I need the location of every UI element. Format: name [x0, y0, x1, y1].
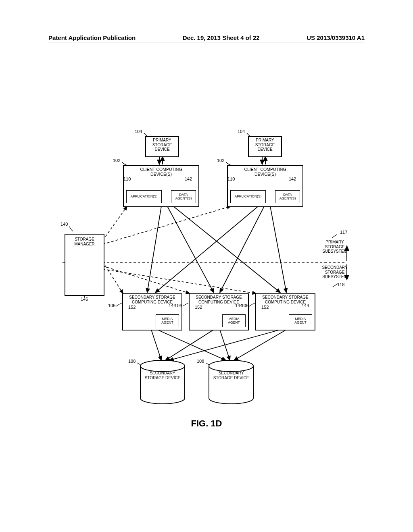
ref-104-b: 104: [238, 129, 245, 134]
ref-142-b: 142: [289, 177, 296, 181]
svg-point-4: [140, 360, 185, 372]
ref-108-b: 108: [197, 359, 204, 364]
ref-144-a: 144: [169, 303, 176, 308]
primary-storage-device-2-label: PRIMARY STORAGE DEVICE: [248, 137, 282, 152]
ref-117: 117: [340, 230, 347, 235]
secondary-storage-device-1-cylinder: [140, 360, 185, 404]
ref-108-a: 108: [128, 359, 136, 364]
svg-line-19: [167, 206, 214, 293]
header-mid: Dec. 19, 2013 Sheet 4 of 22: [183, 34, 260, 41]
svg-line-22: [220, 206, 264, 293]
storage-manager: STORAGE MANAGER: [65, 234, 104, 296]
secondary-storage-device-1-label: SECONDARY STORAGE DEVICE: [140, 371, 185, 380]
sscd-3: SECONDARY STORAGE COMPUTING DEVICE MEDIA…: [255, 293, 315, 330]
client-1-applications: APPLICATION(S): [126, 190, 162, 203]
svg-line-14: [103, 206, 231, 244]
svg-line-29: [234, 330, 286, 360]
ref-110-b: 110: [227, 177, 235, 181]
secondary-storage-subsystem-label: SECONDARY STORAGE SUBSYSTEM: [318, 265, 352, 279]
ref-144-c: 144: [302, 303, 309, 308]
svg-line-16: [103, 266, 190, 293]
client-2-data-agents: DATA AGENT(S): [275, 190, 300, 203]
figure-caption: FIG. 1D: [166, 418, 247, 429]
ref-102-a: 102: [113, 158, 120, 163]
ref-104-a: 104: [135, 129, 142, 134]
sscd-3-media-agent: MEDIA AGENT: [289, 314, 312, 327]
sscd-1: SECONDARY STORAGE COMPUTING DEVICE MEDIA…: [122, 293, 182, 330]
ref-110-a: 110: [123, 177, 131, 181]
svg-line-23: [270, 206, 286, 293]
page-header: Patent Application Publication Dec. 19, …: [48, 32, 365, 42]
svg-point-5: [209, 360, 253, 372]
svg-line-28: [169, 330, 280, 360]
primary-storage-subsystem-label: PRIMARY STORAGE SUBSYSTEM: [319, 240, 351, 254]
ref-142-a: 142: [185, 177, 192, 181]
ref-152-c: 152: [261, 305, 269, 310]
client-computing-device-1: CLIENT COMPUTING DEVICE(S) APPLICATION(S…: [123, 165, 199, 207]
svg-line-20: [173, 206, 280, 293]
svg-line-18: [147, 206, 161, 293]
svg-line-21: [155, 206, 258, 293]
ref-106-a: 106: [108, 303, 115, 308]
svg-line-26: [165, 330, 214, 360]
svg-line-25: [157, 330, 226, 360]
primary-storage-device-1: PRIMARY STORAGE DEVICE: [145, 136, 179, 157]
secondary-storage-device-2-label: SECONDARY STORAGE DEVICE: [209, 371, 253, 380]
client-2-applications: APPLICATION(S): [230, 190, 266, 203]
header-right: US 2013/0339310 A1: [307, 34, 365, 41]
ref-152-b: 152: [195, 305, 202, 310]
ref-118: 118: [337, 282, 344, 287]
storage-manager-label: STORAGE MANAGER: [65, 235, 104, 246]
svg-line-15: [103, 262, 123, 293]
client-2-label: CLIENT COMPUTING DEVICE(S): [227, 166, 303, 177]
ref-140: 140: [60, 222, 68, 227]
client-1-data-agents: DATA AGENT(S): [171, 190, 196, 203]
primary-storage-device-1-label: PRIMARY STORAGE DEVICE: [145, 137, 179, 152]
client-1-label: CLIENT COMPUTING DEVICE(S): [123, 166, 199, 177]
primary-storage-device-2: PRIMARY STORAGE DEVICE: [248, 136, 282, 157]
secondary-storage-device-2-cylinder: [209, 360, 253, 404]
svg-line-24: [151, 330, 161, 360]
sscd-2: SECONDARY STORAGE COMPUTING DEVICE MEDIA…: [189, 293, 249, 330]
sscd-2-media-agent: MEDIA AGENT: [222, 314, 246, 327]
svg-line-17: [103, 269, 256, 293]
svg-line-13: [103, 206, 127, 240]
client-computing-device-2: CLIENT COMPUTING DEVICE(S) APPLICATION(S…: [227, 165, 303, 207]
header-left: Patent Application Publication: [48, 34, 136, 41]
ref-152-a: 152: [128, 305, 136, 310]
ref-102-b: 102: [217, 158, 224, 163]
ref-144-b: 144: [235, 303, 242, 308]
sscd-1-media-agent: MEDIA AGENT: [156, 314, 179, 327]
svg-line-27: [220, 330, 230, 360]
ref-146: 146: [81, 297, 88, 301]
